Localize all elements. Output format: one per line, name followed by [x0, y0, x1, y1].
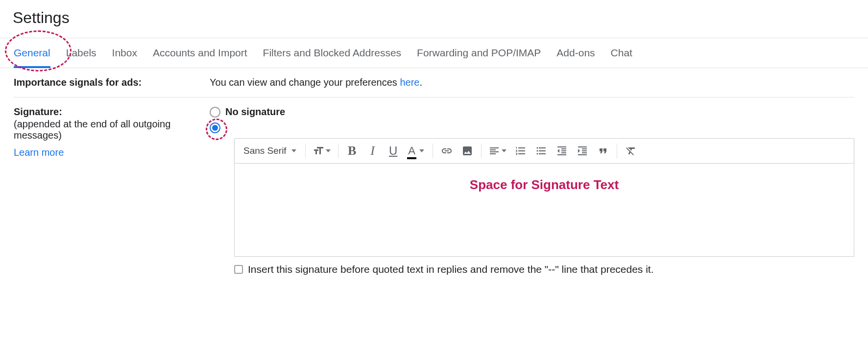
tab-add-ons[interactable]: Add-ons — [556, 38, 595, 68]
chevron-down-icon — [502, 149, 506, 152]
editor-toolbar: Sans Serif B I U A — [234, 138, 854, 164]
radio-line-no-signature: No signature — [210, 106, 854, 118]
indent-increase-icon — [577, 145, 588, 157]
no-signature-label: No signature — [225, 106, 285, 118]
font-size-button[interactable] — [310, 141, 334, 161]
radio-no-signature[interactable] — [210, 107, 220, 118]
signature-label: Signature: — [14, 106, 210, 118]
radio-use-signature[interactable] — [210, 122, 220, 133]
text-size-icon — [313, 145, 324, 157]
tab-accounts-import[interactable]: Accounts and Import — [153, 38, 247, 68]
indent-decrease-icon — [556, 145, 568, 157]
bold-button[interactable]: B — [342, 141, 362, 161]
insert-link-button[interactable] — [437, 141, 457, 161]
signature-learn-more-link[interactable]: Learn more — [14, 147, 64, 158]
chevron-down-icon — [326, 149, 331, 152]
toolbar-separator — [305, 144, 306, 158]
link-icon — [441, 145, 453, 157]
editor-placeholder-annotation: Space for Signature Text — [470, 177, 619, 193]
quote-icon — [597, 145, 609, 157]
insert-before-quoted-label: Insert this signature before quoted text… — [248, 264, 654, 275]
align-left-icon — [488, 145, 500, 157]
chevron-down-icon — [419, 149, 424, 152]
insert-before-quoted-checkbox[interactable] — [234, 265, 243, 274]
insert-before-quoted-row: Insert this signature before quoted text… — [234, 264, 854, 275]
toolbar-separator — [433, 144, 433, 158]
signature-sublabel: (appended at the end of all outgoing mes… — [14, 119, 210, 141]
signature-textarea[interactable]: Space for Signature Text — [234, 164, 854, 257]
font-family-label: Sans Serif — [243, 145, 287, 156]
row-importance-signals: Importance signals for ads: You can view… — [14, 68, 854, 97]
underline-button[interactable]: U — [384, 141, 403, 161]
italic-button[interactable]: I — [363, 141, 383, 161]
bulleted-list-icon — [535, 145, 547, 157]
toolbar-separator — [617, 144, 617, 158]
clear-formatting-icon — [625, 145, 637, 157]
tab-inbox[interactable]: Inbox — [112, 38, 137, 68]
tab-filters-blocked[interactable]: Filters and Blocked Addresses — [263, 38, 401, 68]
settings-tabs: General Labels Inbox Accounts and Import… — [0, 38, 868, 68]
toolbar-separator — [481, 144, 482, 158]
indent-more-button[interactable] — [573, 141, 592, 161]
numbered-list-button[interactable] — [511, 141, 530, 161]
chevron-down-icon — [291, 149, 296, 152]
underline-icon: U — [389, 144, 397, 158]
importance-text: You can view and change your preferences — [210, 77, 400, 88]
tab-chat[interactable]: Chat — [611, 38, 632, 68]
toolbar-separator — [338, 144, 338, 158]
image-icon — [461, 145, 473, 157]
italic-icon: I — [370, 144, 375, 158]
tab-forwarding-pop-imap[interactable]: Forwarding and POP/IMAP — [417, 38, 541, 68]
indent-less-button[interactable] — [552, 141, 572, 161]
tab-general[interactable]: General — [14, 38, 50, 68]
importance-here-link[interactable]: here — [400, 77, 419, 88]
row-signature: Signature: (appended at the end of all o… — [14, 97, 854, 284]
quote-button[interactable] — [593, 141, 613, 161]
importance-after: . — [419, 77, 422, 88]
text-color-icon: A — [408, 144, 415, 157]
importance-label: Importance signals for ads: — [14, 77, 142, 88]
settings-content: Importance signals for ads: You can view… — [0, 68, 868, 284]
numbered-list-icon — [515, 145, 527, 157]
bulleted-list-button[interactable] — [531, 141, 551, 161]
remove-formatting-button[interactable] — [621, 141, 641, 161]
signature-editor: Sans Serif B I U A — [234, 138, 854, 257]
font-family-selector[interactable]: Sans Serif — [239, 145, 301, 156]
tab-labels[interactable]: Labels — [66, 38, 96, 68]
align-button[interactable] — [485, 141, 510, 161]
page-title: Settings — [0, 0, 868, 38]
insert-image-button[interactable] — [458, 141, 477, 161]
text-color-button[interactable]: A — [404, 141, 429, 161]
bold-icon: B — [348, 144, 356, 158]
radio-line-use-signature — [210, 122, 854, 133]
